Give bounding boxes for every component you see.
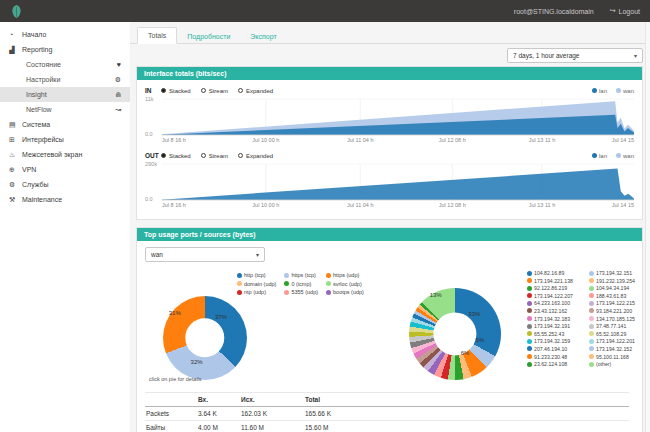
tab-details[interactable]: Подробности <box>177 29 240 44</box>
time-range-value: 7 days, 1 hour average <box>513 52 580 59</box>
legend-item[interactable]: 173.194.32.183 <box>527 316 584 322</box>
legend-label: 173.194.122.215 <box>596 300 635 306</box>
area-chart-canvas[interactable] <box>162 98 634 136</box>
sidebar-item-insight[interactable]: Insight⋒ <box>0 87 130 102</box>
table-row: Packets3.64 K162.03 K165.66 K <box>145 407 629 421</box>
legend-label: 173.194.122.201 <box>596 338 635 344</box>
legend-item[interactable]: 191.232.139.254 <box>589 278 646 284</box>
legend-item[interactable]: 64.233.163.100 <box>527 300 584 306</box>
legend-item[interactable]: 0 (icmp) <box>284 281 318 287</box>
legend-item[interactable]: 207.46.194.10 <box>527 346 584 352</box>
legend-item[interactable]: 134.170.185.125 <box>589 316 646 322</box>
legend-item[interactable]: 173.194.122.215 <box>589 300 646 306</box>
legend-item[interactable]: 65.55.252.43 <box>527 331 584 337</box>
top-usage-title: Top usage ports / sources (bytes) <box>137 228 642 241</box>
mode-radio-stacked[interactable]: Stacked <box>161 153 191 159</box>
ports-pie-chart[interactable]: 37%32%31% <box>163 296 247 380</box>
legend-dot-icon <box>592 88 597 93</box>
sidebar-item-services[interactable]: ⚙Службы <box>0 177 130 192</box>
legend-item-lan[interactable]: lan <box>592 88 607 94</box>
legend-item[interactable]: 173.194.32.159 <box>527 338 584 344</box>
legend-item[interactable]: 104.82.16.89 <box>527 270 584 276</box>
sidebar-item-system[interactable]: ▤Система <box>0 117 130 132</box>
chart-mode-radios: StackedStreamExpanded <box>161 153 273 159</box>
sidebar-item-reporting[interactable]: ▟Reporting <box>0 42 130 57</box>
legend-item[interactable]: 91.233.230.48 <box>527 354 584 360</box>
legend-item[interactable]: 37.48.77.141 <box>589 323 646 329</box>
legend-item[interactable]: 5355 (udp) <box>284 289 318 295</box>
legend-dot-icon <box>589 324 594 329</box>
legend-item-lan[interactable]: lan <box>592 153 607 159</box>
legend-item[interactable]: http (tcp) <box>237 272 276 278</box>
legend-item[interactable]: 188.43.61.83 <box>589 293 646 299</box>
sidebar-item-interfaces[interactable]: ⊞Интерфейсы <box>0 132 130 147</box>
legend-item[interactable]: 93.184.221.200 <box>589 308 646 314</box>
tab-export[interactable]: Экспорт <box>240 29 286 44</box>
legend-item[interactable]: 23.43.132.162 <box>527 308 584 314</box>
legend-item[interactable]: 92.122.86.219 <box>527 285 584 291</box>
legend-item[interactable]: 95.100.11.168 <box>589 354 646 360</box>
sidebar-item-netflow[interactable]: NetFlow↝ <box>0 102 130 117</box>
legend-item[interactable]: 23.62.124.108 <box>527 361 584 367</box>
legend-label: 95.100.11.168 <box>596 354 629 360</box>
chevron-down-icon: ▾ <box>256 251 259 258</box>
legend-item-wan[interactable]: wan <box>616 88 634 94</box>
legend-item[interactable]: domain (udp) <box>237 281 276 287</box>
tab-label: Экспорт <box>250 33 276 40</box>
legend-item[interactable]: 173.194.122.201 <box>589 338 646 344</box>
interface-select[interactable]: wan ▾ <box>145 247 265 262</box>
sidebar-item-firewall[interactable]: ♨Межсетевой экран <box>0 147 130 162</box>
sidebar-item-vpn[interactable]: ⊕VPN <box>0 162 130 177</box>
chevron-down-icon: ▾ <box>634 52 637 59</box>
sidebar-item-home[interactable]: ◔Начало <box>0 27 130 42</box>
legend-label: lan <box>599 88 607 94</box>
x-tick-label: Jul 10 00 h <box>252 202 279 208</box>
legend-item[interactable]: https (udp) <box>326 272 364 278</box>
pie-percent-label: 32% <box>191 359 203 365</box>
mode-radio-expanded[interactable]: Expanded <box>238 153 273 159</box>
mode-radio-stacked[interactable]: Stacked <box>161 88 191 94</box>
logout-button[interactable]: ↪ Logout <box>610 7 640 15</box>
legend-item[interactable]: 173.194.122.207 <box>527 293 584 299</box>
sidebar-item-maintenance[interactable]: ⚒Maintenance <box>0 192 130 207</box>
legend-dot-icon <box>527 271 532 276</box>
logged-in-user: root@STING.localdomain <box>514 8 594 15</box>
legend-label: 191.232.139.254 <box>596 278 635 284</box>
mode-radio-stream[interactable]: Stream <box>201 153 228 159</box>
radio-icon <box>161 88 166 93</box>
legend-item[interactable]: https (tcp) <box>284 272 318 278</box>
radio-icon <box>161 153 166 158</box>
legend-label: 173.194.32.183 <box>534 316 570 322</box>
sources-pie-chart[interactable]: 33%5%6%13% <box>409 288 501 380</box>
tab-totals[interactable]: Totals <box>137 27 177 44</box>
legend-dot-icon <box>237 290 242 295</box>
legend-item[interactable]: 173.194.32.191 <box>527 323 584 329</box>
legend-label: 65.55.252.43 <box>534 331 564 337</box>
sidebar-item-settings[interactable]: Настройки⚙ <box>0 72 130 87</box>
tab-label: Totals <box>148 32 166 39</box>
table-header-cell: Total <box>304 393 629 407</box>
time-range-select[interactable]: 7 days, 1 hour average ▾ <box>507 48 643 63</box>
sidebar-item-health[interactable]: Состояние♥ <box>0 57 130 72</box>
y-axis-min-label: 0.0 <box>145 196 153 202</box>
mode-radio-expanded[interactable]: Expanded <box>238 88 273 94</box>
legend-item-wan[interactable]: wan <box>616 153 634 159</box>
vertical-scrollbar[interactable] <box>645 22 650 432</box>
legend-item[interactable]: (other) <box>589 361 646 367</box>
legend-item[interactable]: bootps (udp) <box>326 289 364 295</box>
legend-item[interactable]: ntp (udp) <box>237 289 276 295</box>
mode-radio-label: Expanded <box>246 88 273 94</box>
legend-dot-icon <box>589 301 594 306</box>
legend-item[interactable]: svrloc (udp) <box>326 281 364 287</box>
legend-item[interactable]: 173.194.32.151 <box>589 270 646 276</box>
pie-donut-hole <box>185 318 224 357</box>
legend-dot-icon <box>284 273 289 278</box>
legend-label: 104.94.34.194 <box>596 285 629 291</box>
legend-item[interactable]: 65.52.108.29 <box>589 331 646 337</box>
legend-item[interactable]: 173.194.32.152 <box>589 346 646 352</box>
legend-item[interactable]: 104.94.34.194 <box>589 285 646 291</box>
legend-item[interactable]: 173.194.221.138 <box>527 278 584 284</box>
mode-radio-stream[interactable]: Stream <box>201 88 228 94</box>
area-chart-canvas[interactable] <box>162 163 634 201</box>
brand-logo-icon[interactable] <box>10 4 23 19</box>
